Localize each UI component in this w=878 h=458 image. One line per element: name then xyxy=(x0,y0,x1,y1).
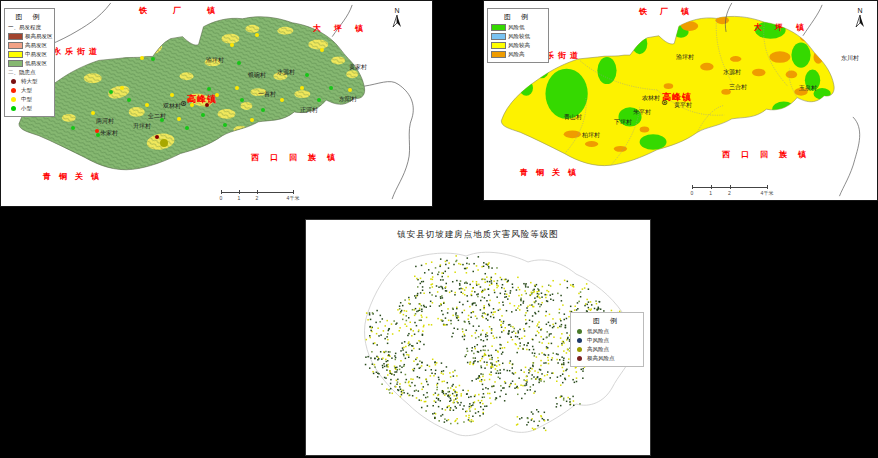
legend-item-label: 低易发区 xyxy=(25,60,47,67)
legend-swatch-icon xyxy=(8,51,23,58)
map-panel-risk-zoning: 铁厂镇大坪镇永乐街道高峰镇青铜关镇西口回族镇 渔坪村水源村三合村玉泉村东川村农林… xyxy=(483,0,878,201)
legend-dot-icon xyxy=(11,106,16,111)
legend-dot-icon xyxy=(11,97,16,102)
village-label: 下坪村 xyxy=(614,119,632,125)
legend-item-label: 风险较低 xyxy=(508,33,530,40)
village-label: 双林村 xyxy=(163,103,181,109)
village-label: 朱平村 xyxy=(633,109,651,115)
town-label: 大坪镇 xyxy=(754,24,817,32)
village-label: 青山村 xyxy=(564,114,582,120)
village-label: 一首村 xyxy=(258,91,276,97)
north-label: N xyxy=(390,7,404,14)
village-label: 水源村 xyxy=(723,69,741,75)
legend-item: 小型 xyxy=(8,105,51,112)
scale-tick xyxy=(711,185,712,189)
legend-item: 高风险点 xyxy=(574,346,640,353)
north-arrow: N xyxy=(853,7,867,33)
town-label: 西口回族镇 xyxy=(251,154,346,162)
village-label: 水源村 xyxy=(277,69,295,75)
town-label: 铁厂镇 xyxy=(139,7,241,15)
legend-item: 特大型 xyxy=(8,78,51,85)
north-arrow: N xyxy=(390,7,404,33)
village-label: 农林村 xyxy=(642,95,660,101)
legend-dot-icon xyxy=(11,79,16,84)
legend-dot-icon xyxy=(577,329,582,334)
legend-title: 图 例 xyxy=(8,12,51,22)
north-arrow-icon xyxy=(391,14,403,29)
scale-tick xyxy=(293,190,294,194)
legend-item: 风险低 xyxy=(491,24,545,31)
scale-bar: 0124千米 xyxy=(221,190,293,202)
legend-item-label: 中风险点 xyxy=(587,337,609,344)
scale-tick xyxy=(257,190,258,194)
town-label: 青铜关镇 xyxy=(520,169,584,177)
scale-tick xyxy=(221,190,222,194)
scale-tick-label: 2 xyxy=(256,195,259,201)
legend-item-label: 高风险点 xyxy=(587,346,609,353)
north-arrow-icon xyxy=(854,14,866,29)
legend-swatch-icon xyxy=(491,33,506,40)
north-label: N xyxy=(853,7,867,14)
legend-item: 中型 xyxy=(8,96,51,103)
legend-item-label: 中型 xyxy=(21,96,32,103)
village-label: 玉泉村 xyxy=(799,85,817,91)
village-label: 正河村 xyxy=(300,107,318,113)
legend-swatch-icon xyxy=(491,42,506,49)
legend-item: 风险较低 xyxy=(491,33,545,40)
legend-item-label: 极高风险点 xyxy=(587,355,615,362)
composite-map-figure: 铁厂镇大坪镇永乐街道高峰镇青铜关镇西口回族镇 渔坪村银碗村水源村一首村东阳村黄家… xyxy=(0,0,878,458)
legend-swatch-icon xyxy=(8,33,23,40)
legend-section-heading: 二、隐患点 xyxy=(8,69,51,76)
scale-tick xyxy=(730,185,731,189)
village-label: 升坪村 xyxy=(133,123,151,129)
scale-tick-label: 1 xyxy=(238,195,241,201)
scale-bar-line: 0124千米 xyxy=(221,192,293,193)
scale-tick-label: 4千米 xyxy=(287,195,300,201)
county-seat-icon: ⊛ xyxy=(661,99,668,107)
village-label: 三合村 xyxy=(729,84,747,90)
legend-swatch-icon xyxy=(8,42,23,49)
legend-risk-points: 图 例低风险点中风险点高风险点极高风险点 xyxy=(570,312,644,367)
legend-swatch-icon xyxy=(8,60,23,67)
village-label: 渔坪村 xyxy=(676,54,694,60)
village-label: 两河村 xyxy=(96,118,114,124)
scale-tick xyxy=(692,185,693,189)
scale-tick-label: 4千米 xyxy=(761,190,774,196)
scale-tick-label: 1 xyxy=(709,190,712,196)
legend-item-label: 低风险点 xyxy=(587,328,609,335)
county-seat-icon: ⊛ xyxy=(180,100,187,108)
village-label: 东川村 xyxy=(841,55,859,61)
legend-dot-icon xyxy=(577,338,582,343)
legend-risk-zoning: 图 例风险低风险较低风险较高风险高 xyxy=(487,8,549,63)
legend-title: 图 例 xyxy=(574,316,640,326)
legend-item-label: 风险较高 xyxy=(508,42,530,49)
village-label: 东阳村 xyxy=(339,96,357,102)
legend-item: 中易发区 xyxy=(8,51,51,58)
scale-tick-label: 2 xyxy=(728,190,731,196)
village-label: 银碗村 xyxy=(248,72,266,78)
map-panel-susceptibility: 铁厂镇大坪镇永乐街道高峰镇青铜关镇西口回族镇 渔坪村银碗村水源村一首村东阳村黄家… xyxy=(0,0,433,207)
legend-item: 低易发区 xyxy=(8,60,51,67)
scale-bar-line: 0124千米 xyxy=(692,187,767,188)
legend-item: 低风险点 xyxy=(574,328,640,335)
legend-item: 大型 xyxy=(8,87,51,94)
legend-title: 图 例 xyxy=(491,12,545,22)
legend-swatch-icon xyxy=(491,51,506,58)
village-label: 柏坪村 xyxy=(582,132,600,138)
legend-item: 高易发区 xyxy=(8,42,51,49)
legend-item: 风险较高 xyxy=(491,42,545,49)
legend-item: 极高风险点 xyxy=(574,355,640,362)
village-label: 黄家村 xyxy=(349,64,367,70)
legend-swatch-icon xyxy=(491,24,506,31)
legend-item-label: 大型 xyxy=(21,87,32,94)
town-label: 西口回族镇 xyxy=(722,151,817,159)
legend-item: 极高易发区 xyxy=(8,33,51,40)
village-label: 朱家村 xyxy=(100,130,118,136)
legend-item-label: 小型 xyxy=(21,105,32,112)
town-label: 铁厂镇 xyxy=(639,8,702,16)
legend-section-heading: 一、易发程度 xyxy=(8,24,51,31)
village-label: 渔坪村 xyxy=(206,57,224,63)
legend-item: 中风险点 xyxy=(574,337,640,344)
scale-tick xyxy=(767,185,768,189)
scale-tick-label: 0 xyxy=(220,195,223,201)
